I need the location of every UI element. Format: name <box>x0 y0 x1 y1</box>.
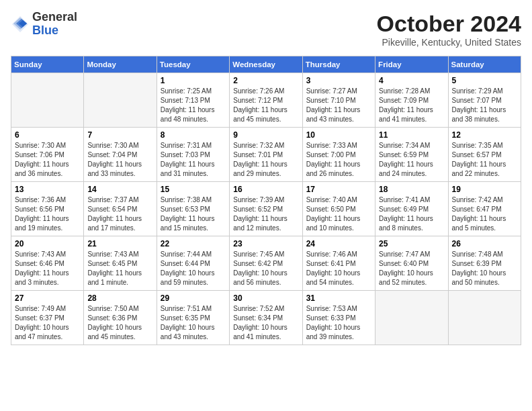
logo-blue-text: Blue <box>32 24 58 37</box>
day-info: Sunrise: 7:38 AM Sunset: 6:53 PM Dayligh… <box>161 195 226 233</box>
weekday-header-sunday: Sunday <box>11 56 84 73</box>
calendar-cell: 13Sunrise: 7:36 AM Sunset: 6:56 PM Dayli… <box>11 182 84 236</box>
title-section: October 2024 Pikeville, Kentucky, United… <box>377 11 521 48</box>
day-number: 7 <box>87 130 152 140</box>
calendar-cell: 8Sunrise: 7:31 AM Sunset: 7:03 PM Daylig… <box>157 128 229 182</box>
day-number: 12 <box>452 130 517 140</box>
calendar-week-row: 13Sunrise: 7:36 AM Sunset: 6:56 PM Dayli… <box>11 182 521 236</box>
day-number: 27 <box>15 293 80 303</box>
calendar-cell: 22Sunrise: 7:44 AM Sunset: 6:44 PM Dayli… <box>157 236 229 291</box>
day-info: Sunrise: 7:39 AM Sunset: 6:52 PM Dayligh… <box>233 195 298 233</box>
weekday-header-monday: Monday <box>84 56 157 73</box>
logo-general-text: General <box>32 10 77 24</box>
weekday-header-row: SundayMondayTuesdayWednesdayThursdayFrid… <box>11 56 521 73</box>
day-number: 6 <box>15 130 80 140</box>
calendar-cell: 6Sunrise: 7:30 AM Sunset: 7:06 PM Daylig… <box>11 128 84 182</box>
calendar-cell: 24Sunrise: 7:46 AM Sunset: 6:41 PM Dayli… <box>302 236 375 291</box>
day-info: Sunrise: 7:30 AM Sunset: 7:04 PM Dayligh… <box>87 141 152 179</box>
calendar-cell <box>11 73 84 128</box>
day-info: Sunrise: 7:45 AM Sunset: 6:42 PM Dayligh… <box>233 250 298 287</box>
day-number: 2 <box>233 76 298 85</box>
day-number: 16 <box>233 185 298 194</box>
location-text: Pikeville, Kentucky, United States <box>377 37 521 48</box>
day-number: 22 <box>161 239 226 248</box>
calendar-week-row: 27Sunrise: 7:49 AM Sunset: 6:37 PM Dayli… <box>11 291 521 345</box>
day-info: Sunrise: 7:43 AM Sunset: 6:46 PM Dayligh… <box>15 250 80 287</box>
calendar-cell: 4Sunrise: 7:28 AM Sunset: 7:09 PM Daylig… <box>375 73 448 128</box>
logo-icon <box>11 15 30 34</box>
day-number: 25 <box>379 239 444 248</box>
day-info: Sunrise: 7:30 AM Sunset: 7:06 PM Dayligh… <box>15 141 80 179</box>
calendar-cell: 11Sunrise: 7:34 AM Sunset: 6:59 PM Dayli… <box>375 128 448 182</box>
calendar-week-row: 20Sunrise: 7:43 AM Sunset: 6:46 PM Dayli… <box>11 236 521 291</box>
weekday-header-friday: Friday <box>375 56 448 73</box>
day-number: 26 <box>452 239 517 248</box>
calendar-cell: 27Sunrise: 7:49 AM Sunset: 6:37 PM Dayli… <box>11 291 84 345</box>
day-info: Sunrise: 7:41 AM Sunset: 6:49 PM Dayligh… <box>379 195 444 233</box>
day-number: 10 <box>306 130 371 140</box>
day-number: 15 <box>161 185 226 194</box>
calendar-cell: 16Sunrise: 7:39 AM Sunset: 6:52 PM Dayli… <box>230 182 302 236</box>
weekday-header-wednesday: Wednesday <box>230 56 302 73</box>
calendar-cell: 12Sunrise: 7:35 AM Sunset: 6:57 PM Dayli… <box>448 128 521 182</box>
calendar-week-row: 1Sunrise: 7:25 AM Sunset: 7:13 PM Daylig… <box>11 73 521 128</box>
month-title: October 2024 <box>377 11 521 37</box>
calendar-cell: 18Sunrise: 7:41 AM Sunset: 6:49 PM Dayli… <box>375 182 448 236</box>
day-number: 5 <box>452 76 517 85</box>
calendar-cell: 10Sunrise: 7:33 AM Sunset: 7:00 PM Dayli… <box>302 128 375 182</box>
calendar-cell: 15Sunrise: 7:38 AM Sunset: 6:53 PM Dayli… <box>157 182 229 236</box>
day-info: Sunrise: 7:43 AM Sunset: 6:45 PM Dayligh… <box>87 250 152 287</box>
calendar-cell: 29Sunrise: 7:51 AM Sunset: 6:35 PM Dayli… <box>157 291 229 345</box>
day-number: 30 <box>233 293 298 303</box>
calendar-cell: 25Sunrise: 7:47 AM Sunset: 6:40 PM Dayli… <box>375 236 448 291</box>
day-info: Sunrise: 7:51 AM Sunset: 6:35 PM Dayligh… <box>161 304 226 342</box>
day-info: Sunrise: 7:44 AM Sunset: 6:44 PM Dayligh… <box>161 250 226 287</box>
day-info: Sunrise: 7:46 AM Sunset: 6:41 PM Dayligh… <box>306 250 371 287</box>
day-number: 21 <box>87 239 152 248</box>
calendar-cell: 20Sunrise: 7:43 AM Sunset: 6:46 PM Dayli… <box>11 236 84 291</box>
day-info: Sunrise: 7:42 AM Sunset: 6:47 PM Dayligh… <box>452 195 517 233</box>
calendar-cell: 17Sunrise: 7:40 AM Sunset: 6:50 PM Dayli… <box>302 182 375 236</box>
day-info: Sunrise: 7:28 AM Sunset: 7:09 PM Dayligh… <box>379 87 444 124</box>
day-info: Sunrise: 7:47 AM Sunset: 6:40 PM Dayligh… <box>379 250 444 287</box>
day-number: 29 <box>161 293 226 303</box>
day-number: 18 <box>379 185 444 194</box>
calendar-cell: 14Sunrise: 7:37 AM Sunset: 6:54 PM Dayli… <box>84 182 157 236</box>
day-info: Sunrise: 7:40 AM Sunset: 6:50 PM Dayligh… <box>306 195 371 233</box>
weekday-header-saturday: Saturday <box>448 56 521 73</box>
day-info: Sunrise: 7:36 AM Sunset: 6:56 PM Dayligh… <box>15 195 80 233</box>
calendar-cell: 28Sunrise: 7:50 AM Sunset: 6:36 PM Dayli… <box>84 291 157 345</box>
day-info: Sunrise: 7:37 AM Sunset: 6:54 PM Dayligh… <box>87 195 152 233</box>
day-number: 14 <box>87 185 152 194</box>
day-number: 17 <box>306 185 371 194</box>
calendar-cell <box>448 291 521 345</box>
day-number: 9 <box>233 130 298 140</box>
day-number: 11 <box>379 130 444 140</box>
calendar-cell: 2Sunrise: 7:26 AM Sunset: 7:12 PM Daylig… <box>230 73 302 128</box>
day-number: 13 <box>15 185 80 194</box>
day-info: Sunrise: 7:25 AM Sunset: 7:13 PM Dayligh… <box>161 87 226 124</box>
day-info: Sunrise: 7:34 AM Sunset: 6:59 PM Dayligh… <box>379 141 444 179</box>
calendar-cell: 9Sunrise: 7:32 AM Sunset: 7:01 PM Daylig… <box>230 128 302 182</box>
day-number: 23 <box>233 239 298 248</box>
calendar-cell <box>375 291 448 345</box>
day-number: 3 <box>306 76 371 85</box>
day-number: 24 <box>306 239 371 248</box>
day-number: 20 <box>15 239 80 248</box>
calendar-cell: 21Sunrise: 7:43 AM Sunset: 6:45 PM Dayli… <box>84 236 157 291</box>
page-header: General Blue October 2024 Pikeville, Ken… <box>11 11 521 48</box>
weekday-header-thursday: Thursday <box>302 56 375 73</box>
day-info: Sunrise: 7:32 AM Sunset: 7:01 PM Dayligh… <box>233 141 298 179</box>
calendar-cell: 23Sunrise: 7:45 AM Sunset: 6:42 PM Dayli… <box>230 236 302 291</box>
logo-text: General Blue <box>32 11 77 38</box>
day-info: Sunrise: 7:48 AM Sunset: 6:39 PM Dayligh… <box>452 250 517 287</box>
day-info: Sunrise: 7:31 AM Sunset: 7:03 PM Dayligh… <box>161 141 226 179</box>
calendar-cell: 1Sunrise: 7:25 AM Sunset: 7:13 PM Daylig… <box>157 73 229 128</box>
day-number: 31 <box>306 293 371 303</box>
day-info: Sunrise: 7:33 AM Sunset: 7:00 PM Dayligh… <box>306 141 371 179</box>
day-number: 4 <box>379 76 444 85</box>
day-info: Sunrise: 7:49 AM Sunset: 6:37 PM Dayligh… <box>15 304 80 342</box>
calendar-cell: 7Sunrise: 7:30 AM Sunset: 7:04 PM Daylig… <box>84 128 157 182</box>
calendar-cell: 31Sunrise: 7:53 AM Sunset: 6:33 PM Dayli… <box>302 291 375 345</box>
calendar-cell: 3Sunrise: 7:27 AM Sunset: 7:10 PM Daylig… <box>302 73 375 128</box>
